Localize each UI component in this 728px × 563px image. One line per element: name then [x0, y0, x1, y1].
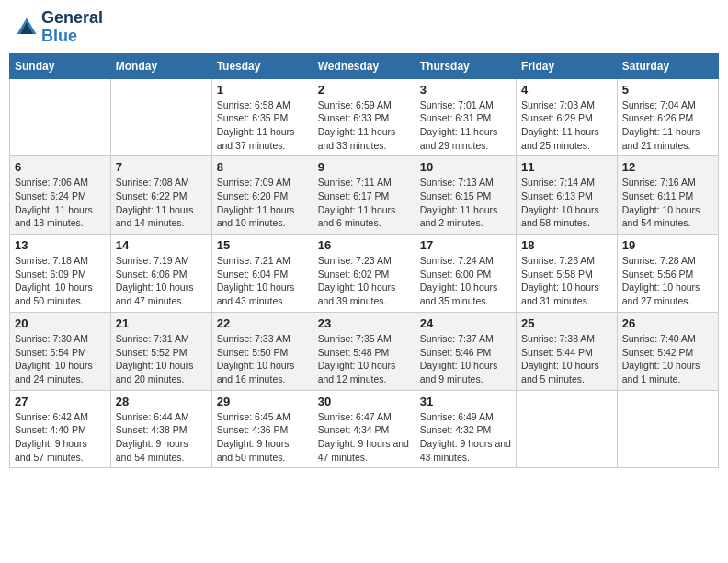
day-info: Sunrise: 7:06 AM Sunset: 6:24 PM Dayligh… [15, 176, 106, 230]
day-info: Sunrise: 7:38 AM Sunset: 5:44 PM Dayligh… [521, 332, 612, 386]
day-info: Sunrise: 6:58 AM Sunset: 6:35 PM Dayligh… [217, 98, 308, 153]
day-number: 27 [15, 395, 106, 408]
day-info: Sunrise: 7:21 AM Sunset: 6:04 PM Dayligh… [217, 254, 308, 308]
day-number: 22 [217, 316, 308, 330]
calendar-cell: 30Sunrise: 6:47 AM Sunset: 4:34 PM Dayli… [313, 390, 415, 468]
logo: GeneralBlue [14, 9, 103, 46]
day-number: 5 [622, 83, 713, 97]
calendar-cell: 8Sunrise: 7:09 AM Sunset: 6:20 PM Daylig… [211, 156, 313, 235]
calendar-cell [110, 78, 211, 156]
calendar-cell: 31Sunrise: 6:49 AM Sunset: 4:32 PM Dayli… [415, 390, 516, 468]
day-number: 16 [318, 238, 410, 252]
day-number: 14 [116, 238, 207, 252]
calendar-cell: 20Sunrise: 7:30 AM Sunset: 5:54 PM Dayli… [10, 312, 111, 390]
day-info: Sunrise: 7:33 AM Sunset: 5:50 PM Dayligh… [217, 332, 308, 386]
day-number: 18 [521, 238, 612, 252]
day-info: Sunrise: 7:24 AM Sunset: 6:00 PM Dayligh… [420, 254, 511, 308]
day-number: 13 [15, 238, 106, 252]
day-number: 30 [318, 395, 410, 408]
day-number: 25 [521, 316, 612, 330]
header-cell-friday: Friday [517, 53, 618, 78]
calendar-cell: 5Sunrise: 7:04 AM Sunset: 6:26 PM Daylig… [617, 78, 718, 156]
calendar-cell: 12Sunrise: 7:16 AM Sunset: 6:11 PM Dayli… [617, 156, 718, 235]
day-info: Sunrise: 7:09 AM Sunset: 6:20 PM Dayligh… [217, 176, 308, 230]
calendar-cell: 9Sunrise: 7:11 AM Sunset: 6:17 PM Daylig… [313, 156, 415, 235]
calendar-cell: 16Sunrise: 7:23 AM Sunset: 6:02 PM Dayli… [313, 235, 415, 313]
day-info: Sunrise: 7:40 AM Sunset: 5:42 PM Dayligh… [622, 332, 713, 386]
day-number: 6 [15, 160, 106, 174]
day-info: Sunrise: 7:04 AM Sunset: 6:26 PM Dayligh… [622, 98, 713, 153]
header-cell-tuesday: Tuesday [211, 53, 313, 78]
day-info: Sunrise: 6:44 AM Sunset: 4:38 PM Dayligh… [116, 410, 207, 465]
day-number: 29 [217, 395, 308, 408]
week-row-3: 13Sunrise: 7:18 AM Sunset: 6:09 PM Dayli… [10, 235, 719, 313]
day-info: Sunrise: 7:14 AM Sunset: 6:13 PM Dayligh… [521, 176, 612, 230]
calendar-cell: 11Sunrise: 7:14 AM Sunset: 6:13 PM Dayli… [517, 156, 618, 235]
header-cell-wednesday: Wednesday [313, 53, 415, 78]
day-number: 10 [420, 160, 511, 174]
day-info: Sunrise: 6:59 AM Sunset: 6:33 PM Dayligh… [318, 98, 410, 153]
day-info: Sunrise: 7:11 AM Sunset: 6:17 PM Dayligh… [318, 176, 410, 230]
week-row-5: 27Sunrise: 6:42 AM Sunset: 4:40 PM Dayli… [10, 390, 719, 468]
calendar-cell: 3Sunrise: 7:01 AM Sunset: 6:31 PM Daylig… [415, 78, 516, 156]
calendar-cell: 22Sunrise: 7:33 AM Sunset: 5:50 PM Dayli… [211, 312, 313, 390]
page-header: GeneralBlue [9, 9, 719, 46]
header-cell-sunday: Sunday [10, 53, 111, 78]
day-info: Sunrise: 7:35 AM Sunset: 5:48 PM Dayligh… [318, 332, 410, 386]
day-number: 19 [622, 238, 713, 252]
calendar-cell: 14Sunrise: 7:19 AM Sunset: 6:06 PM Dayli… [110, 235, 211, 313]
day-number: 21 [116, 316, 207, 330]
calendar-cell: 26Sunrise: 7:40 AM Sunset: 5:42 PM Dayli… [617, 312, 718, 390]
header-cell-monday: Monday [110, 53, 211, 78]
calendar-cell [10, 78, 111, 156]
week-row-2: 6Sunrise: 7:06 AM Sunset: 6:24 PM Daylig… [10, 156, 719, 235]
day-info: Sunrise: 6:42 AM Sunset: 4:40 PM Dayligh… [15, 410, 106, 465]
day-info: Sunrise: 7:23 AM Sunset: 6:02 PM Dayligh… [318, 254, 410, 308]
day-info: Sunrise: 6:49 AM Sunset: 4:32 PM Dayligh… [420, 410, 511, 465]
calendar-cell: 27Sunrise: 6:42 AM Sunset: 4:40 PM Dayli… [10, 390, 111, 468]
calendar-cell: 23Sunrise: 7:35 AM Sunset: 5:48 PM Dayli… [313, 312, 415, 390]
day-info: Sunrise: 7:26 AM Sunset: 5:58 PM Dayligh… [521, 254, 612, 308]
day-number: 4 [521, 83, 612, 97]
calendar-cell: 18Sunrise: 7:26 AM Sunset: 5:58 PM Dayli… [517, 235, 618, 313]
day-info: Sunrise: 7:37 AM Sunset: 5:46 PM Dayligh… [420, 332, 511, 386]
day-info: Sunrise: 7:08 AM Sunset: 6:22 PM Dayligh… [116, 176, 207, 230]
calendar-cell: 1Sunrise: 6:58 AM Sunset: 6:35 PM Daylig… [211, 78, 313, 156]
calendar-cell: 6Sunrise: 7:06 AM Sunset: 6:24 PM Daylig… [10, 156, 111, 235]
calendar-cell: 10Sunrise: 7:13 AM Sunset: 6:15 PM Dayli… [415, 156, 516, 235]
calendar-cell: 28Sunrise: 6:44 AM Sunset: 4:38 PM Dayli… [110, 390, 211, 468]
calendar-table: SundayMondayTuesdayWednesdayThursdayFrid… [9, 53, 719, 469]
day-info: Sunrise: 6:45 AM Sunset: 4:36 PM Dayligh… [217, 410, 308, 465]
day-number: 31 [420, 395, 511, 408]
day-number: 20 [15, 316, 106, 330]
day-number: 12 [622, 160, 713, 174]
day-info: Sunrise: 7:31 AM Sunset: 5:52 PM Dayligh… [116, 332, 207, 386]
calendar-cell [517, 390, 618, 468]
day-info: Sunrise: 7:30 AM Sunset: 5:54 PM Dayligh… [15, 332, 106, 386]
calendar-cell: 17Sunrise: 7:24 AM Sunset: 6:00 PM Dayli… [415, 235, 516, 313]
header-row: SundayMondayTuesdayWednesdayThursdayFrid… [10, 53, 719, 78]
day-number: 24 [420, 316, 511, 330]
logo-icon [14, 15, 40, 40]
day-info: Sunrise: 7:13 AM Sunset: 6:15 PM Dayligh… [420, 176, 511, 230]
calendar-cell: 2Sunrise: 6:59 AM Sunset: 6:33 PM Daylig… [313, 78, 415, 156]
day-info: Sunrise: 7:03 AM Sunset: 6:29 PM Dayligh… [521, 98, 612, 153]
calendar-cell: 25Sunrise: 7:38 AM Sunset: 5:44 PM Dayli… [517, 312, 618, 390]
week-row-1: 1Sunrise: 6:58 AM Sunset: 6:35 PM Daylig… [10, 78, 719, 156]
day-info: Sunrise: 7:01 AM Sunset: 6:31 PM Dayligh… [420, 98, 511, 153]
day-number: 26 [622, 316, 713, 330]
day-info: Sunrise: 7:18 AM Sunset: 6:09 PM Dayligh… [15, 254, 106, 308]
header-cell-saturday: Saturday [617, 53, 718, 78]
day-number: 23 [318, 316, 410, 330]
header-cell-thursday: Thursday [415, 53, 516, 78]
day-info: Sunrise: 6:47 AM Sunset: 4:34 PM Dayligh… [318, 410, 410, 465]
day-number: 1 [217, 83, 308, 97]
day-info: Sunrise: 7:19 AM Sunset: 6:06 PM Dayligh… [116, 254, 207, 308]
day-number: 9 [318, 160, 410, 174]
calendar-cell [617, 390, 718, 468]
calendar-cell: 19Sunrise: 7:28 AM Sunset: 5:56 PM Dayli… [617, 235, 718, 313]
day-number: 17 [420, 238, 511, 252]
day-number: 28 [116, 395, 207, 408]
calendar-cell: 13Sunrise: 7:18 AM Sunset: 6:09 PM Dayli… [10, 235, 111, 313]
day-number: 3 [420, 83, 511, 97]
